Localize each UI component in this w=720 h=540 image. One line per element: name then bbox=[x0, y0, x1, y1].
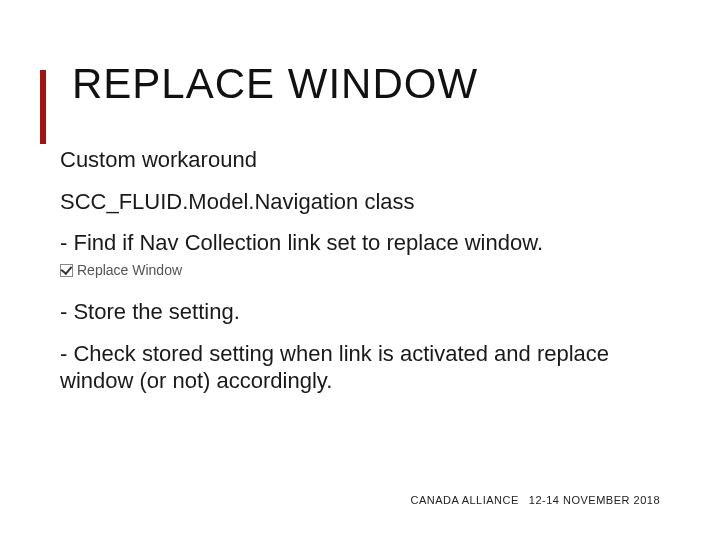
slide-title: REPLACE WINDOW bbox=[72, 60, 660, 108]
body-line-4: - Store the setting. bbox=[60, 298, 660, 326]
slide: REPLACE WINDOW Custom workaround SCC_FLU… bbox=[0, 0, 720, 540]
accent-bar bbox=[40, 70, 46, 144]
replace-window-checkbox-inline: Replace Window bbox=[60, 262, 182, 280]
body-line-5: - Check stored setting when link is acti… bbox=[60, 340, 660, 395]
body-line-2: SCC_FLUID.Model.Navigation class bbox=[60, 188, 660, 216]
body-line-1: Custom workaround bbox=[60, 146, 660, 174]
body-line-3: - Find if Nav Collection link set to rep… bbox=[60, 229, 660, 284]
slide-footer: CANADA ALLIANCE 12-14 NOVEMBER 2018 bbox=[410, 494, 660, 506]
body-line-3-text: - Find if Nav Collection link set to rep… bbox=[60, 230, 543, 255]
checkbox-checked-icon bbox=[60, 264, 73, 277]
footer-date: 12-14 NOVEMBER 2018 bbox=[529, 494, 660, 506]
slide-body: Custom workaround SCC_FLUID.Model.Naviga… bbox=[60, 146, 660, 395]
checkbox-label: Replace Window bbox=[77, 262, 182, 280]
footer-org: CANADA ALLIANCE bbox=[410, 494, 518, 506]
